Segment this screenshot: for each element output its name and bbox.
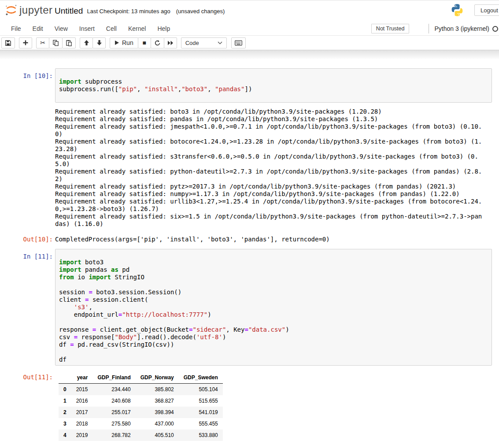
code-editor-1[interactable]: import subprocesssubprocess.run(["pip", … — [55, 68, 492, 103]
move-cell-down-button[interactable] — [92, 37, 106, 48]
result-output-area-2: Out[11]: yearGDP_FinlandGDP_NorwayGDP_Sw… — [0, 371, 499, 441]
not-trusted-badge[interactable]: Not Trusted — [371, 24, 410, 33]
menu-item-insert[interactable]: Insert — [74, 23, 100, 34]
kernel-area: Python 3 (ipykernel) — [429, 24, 498, 33]
cut-cell-button[interactable]: ✂ — [36, 37, 49, 48]
insert-cell-button[interactable] — [19, 37, 32, 48]
checkpoint-status: Last Checkpoint: 13 minutes ago — [87, 8, 170, 15]
stream-output-area-1: Requirement already satisfied: boto3 in … — [0, 105, 499, 228]
move-cell-up-button[interactable] — [80, 37, 93, 48]
table-row: 12016240.608368.827515.655 — [59, 395, 223, 407]
column-header: GDP_Norway — [136, 373, 179, 384]
jupyter-logo-text: jupyter — [19, 4, 53, 16]
restart-run-all-button[interactable] — [164, 37, 177, 48]
dataframe-table: yearGDP_FinlandGDP_NorwayGDP_Sweden02015… — [59, 373, 223, 441]
unsaved-changes-status: (unsaved changes) — [176, 8, 225, 15]
table-row: 32018275.580437.000555.455 — [59, 418, 223, 429]
input-prompt: In [10]: — [0, 68, 55, 103]
restart-icon — [154, 40, 161, 46]
cell-type-value: Code — [185, 40, 199, 46]
code-editor-2[interactable]: import boto3import pandas as pdfrom io i… — [55, 249, 492, 366]
stop-icon: ■ — [142, 40, 146, 46]
menu-item-help[interactable]: Help — [152, 23, 176, 34]
column-header: GDP_Finland — [92, 373, 135, 384]
kernel-name: Python 3 (ipykernel) — [434, 25, 489, 32]
restart-kernel-button[interactable] — [151, 37, 164, 48]
command-palette-button[interactable] — [231, 37, 246, 48]
column-header: GDP_Sweden — [179, 373, 223, 384]
table-row: 22017255.017398.394541.019 — [59, 407, 223, 418]
result-output-area-1: Out[10]: CompletedProcess(args=['pip', '… — [0, 233, 499, 243]
save-button[interactable] — [1, 37, 15, 48]
header-bar: jupyter Untitled Last Checkpoint: 13 min… — [0, 0, 499, 22]
python-logo-icon — [450, 3, 464, 17]
toolbar: ✂ Run — [0, 36, 499, 50]
logout-button[interactable]: Logout — [474, 4, 499, 16]
menu-item-file[interactable]: File — [5, 23, 27, 34]
header-shadow — [0, 50, 499, 59]
chevron-down-icon — [218, 41, 222, 44]
menu-item-view[interactable]: View — [49, 23, 74, 34]
cell-type-select[interactable]: Code — [181, 37, 227, 48]
interrupt-kernel-button[interactable]: ■ — [138, 37, 151, 48]
title-group: Untitled Last Checkpoint: 13 minutes ago… — [55, 0, 225, 22]
input-prompt: In [11]: — [0, 249, 55, 366]
save-icon — [5, 40, 11, 46]
output-prompt: Out[10]: — [0, 233, 55, 243]
paste-icon — [66, 40, 72, 46]
result-text: CompletedProcess(args=['pip', 'install',… — [55, 233, 330, 243]
output-prompt: Out[11]: — [0, 371, 55, 441]
run-button[interactable]: Run — [110, 37, 138, 48]
play-icon — [115, 40, 119, 45]
dataframe-output: yearGDP_FinlandGDP_NorwayGDP_Sweden02015… — [55, 371, 223, 441]
code-cell-2: In [11]: import boto3import pandas as pd… — [0, 249, 499, 366]
run-label: Run — [122, 39, 133, 46]
copy-cell-button[interactable] — [49, 37, 63, 48]
paste-cell-button[interactable] — [62, 37, 76, 48]
code-content: import subprocesssubprocess.run(["pip", … — [59, 70, 490, 100]
menu-item-edit[interactable]: Edit — [27, 23, 49, 34]
empty-prompt — [0, 105, 55, 228]
jupyter-logo[interactable]: jupyter — [4, 3, 53, 17]
table-row: 42019268.782405.510533.880 — [59, 429, 223, 441]
notebook-title[interactable]: Untitled — [55, 6, 83, 16]
keyboard-icon — [235, 40, 242, 46]
column-header: year — [71, 373, 93, 384]
menu-item-kernel[interactable]: Kernel — [122, 23, 152, 34]
menu-item-cell[interactable]: Cell — [100, 23, 122, 34]
fast-forward-icon — [167, 41, 174, 45]
scissors-icon: ✂ — [40, 40, 45, 46]
plus-icon — [22, 40, 29, 46]
stream-output-text: Requirement already satisfied: boto3 in … — [55, 105, 485, 228]
code-content: import boto3import pandas as pdfrom io i… — [59, 251, 490, 363]
copy-icon — [52, 40, 59, 46]
notebook: In [10]: import subprocesssubprocess.run… — [0, 59, 499, 441]
table-row: 02015234.440385.802505.104 — [59, 384, 223, 396]
jupyter-logo-icon — [4, 3, 18, 17]
code-cell-1: In [10]: import subprocesssubprocess.run… — [0, 68, 499, 103]
menu-bar: File Edit View Insert Cell Kernel Help N… — [0, 22, 499, 36]
kernel-idle-indicator-icon — [492, 26, 498, 32]
arrow-up-icon — [84, 40, 89, 46]
arrow-down-icon — [96, 40, 102, 46]
